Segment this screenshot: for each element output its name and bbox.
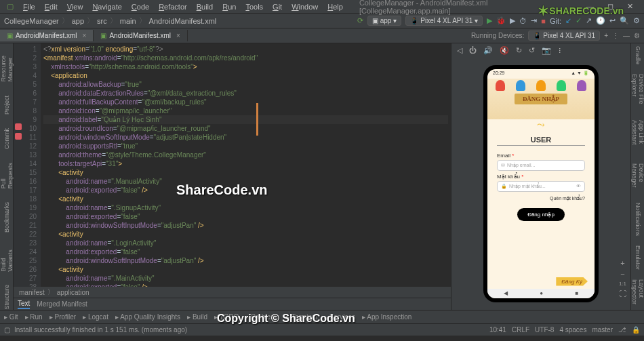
running-device-tab[interactable]: 📱 Pixel 4 XL API 31 — [528, 31, 600, 41]
menu-build[interactable]: Build — [193, 1, 217, 12]
emulator-control-icon[interactable]: ⫶ — [558, 46, 562, 54]
breadcrumb-item[interactable]: main — [120, 17, 136, 25]
close-tab-icon[interactable]: × — [176, 32, 180, 39]
app-icon: ▢ — [3, 1, 18, 12]
bottom-tool-profiler[interactable]: ▸ Profiler — [49, 313, 76, 321]
tool-bookmarks[interactable]: Bookmarks — [3, 202, 10, 233]
bottom-tool-app-inspection[interactable]: ▸ App Inspection — [362, 313, 411, 321]
coverage-button[interactable]: ▶ — [510, 16, 515, 25]
emulator-control-icon[interactable]: ↻ — [516, 46, 522, 55]
git-branch-icon[interactable]: ⎇ — [618, 326, 626, 334]
tool-project[interactable]: Project — [3, 96, 10, 115]
email-input[interactable]: ✉Nhập email... — [497, 160, 585, 171]
bottom-tool-todo[interactable]: ▸ TODO — [214, 313, 239, 321]
eye-icon[interactable]: 👁 — [576, 184, 581, 188]
close-button[interactable]: ✕ — [623, 1, 637, 12]
structure-breadcrumb[interactable]: manifest〉application — [14, 287, 451, 298]
editor-marker — [256, 103, 258, 136]
menu-view[interactable]: View — [63, 1, 87, 12]
status-item[interactable]: CRLF — [512, 326, 529, 334]
menu-file[interactable]: File — [19, 1, 39, 12]
editor-gutter[interactable]: 1234567891011121314151617181920212223242… — [14, 43, 41, 287]
bottom-tool-terminal[interactable]: ▸ Terminal — [286, 313, 317, 321]
debug-button[interactable]: 🐞 — [496, 16, 506, 25]
tool-gradle[interactable]: Gradle — [635, 46, 641, 64]
device-screen[interactable]: 20:29▲ ▼ 🔋 ĐĂNG NHẬP ⤳ USER Email * ✉Nhậ… — [487, 69, 595, 298]
menu-code[interactable]: Code — [127, 1, 153, 12]
structure-crumb[interactable]: manifest — [19, 289, 45, 296]
editor-tab[interactable]: ▣AndroidManifest.xml× — [94, 30, 187, 41]
status-item[interactable]: 4 spaces — [559, 326, 586, 334]
tool-emulator[interactable]: Emulator — [635, 245, 641, 270]
tool-layout-inspector[interactable]: Layout Inspector — [631, 279, 645, 310]
add-device-button[interactable]: + — [604, 32, 608, 39]
status-item[interactable]: UTF-8 — [535, 326, 554, 334]
menu-git[interactable]: Git — [268, 1, 286, 12]
emulator-control-icon[interactable]: 🔊 — [483, 46, 493, 55]
tool-build-variants[interactable]: Build Variants — [0, 246, 14, 272]
login-button[interactable]: Đăng nhập — [517, 208, 565, 221]
tool-app-link-assistant[interactable]: App Link Assistant — [631, 120, 645, 154]
toolwindow-button[interactable]: ▢ — [4, 326, 10, 334]
emulator-toolbar: ◁⏻🔊🔇↻↺📷⫶ — [451, 43, 630, 57]
menu-navigate[interactable]: Navigate — [88, 1, 125, 12]
bottom-tool-run[interactable]: ▸ Run — [25, 313, 43, 321]
bottom-tool-problems[interactable]: ▸ Problems — [245, 313, 279, 321]
manifest-view-tab[interactable]: Text — [18, 300, 30, 309]
forgot-password-link[interactable]: Quên mật khẩu? — [497, 196, 585, 201]
device-settings-icon[interactable]: ⚙ — [634, 32, 640, 39]
menu-window[interactable]: Window — [287, 1, 322, 12]
status-item[interactable]: master — [592, 326, 613, 334]
run-button[interactable]: ▶ — [487, 16, 492, 25]
password-input[interactable]: 🔒Nhập mật khẩu...👁 — [497, 181, 585, 192]
settings-icon[interactable]: ⚙ — [633, 16, 640, 25]
emulator-control-icon[interactable]: ⏻ — [469, 46, 477, 54]
profile-button[interactable]: ⏱ — [519, 17, 527, 25]
tool-resource-manager[interactable]: Resource Manager — [0, 46, 14, 82]
menu-help[interactable]: Help — [323, 1, 347, 12]
user-heading: USER — [497, 136, 585, 146]
emulator-control-icon[interactable]: ↺ — [529, 46, 535, 55]
bottom-tool-git[interactable]: ▸ Git — [4, 313, 18, 321]
emulator-control-icon[interactable]: 📷 — [542, 46, 551, 55]
editor-tab[interactable]: ▣AndroidManifest.xml× — [0, 30, 94, 41]
tool-device-manager[interactable]: Device Manager — [631, 163, 645, 193]
menu-tools[interactable]: Tools — [241, 1, 267, 12]
zoom-out-button[interactable]: − — [620, 270, 624, 278]
tool-device-file-explorer[interactable]: Device File Explorer — [631, 74, 645, 111]
close-tab-icon[interactable]: × — [83, 32, 87, 39]
structure-crumb[interactable]: application — [57, 289, 89, 296]
device-selector[interactable]: 📱 Pixel 4 XL API 31 ▾ — [405, 16, 483, 26]
bottom-tool-logcat[interactable]: ▸ Logcat — [83, 313, 108, 321]
android-navbar[interactable]: ◀●■ — [487, 289, 595, 298]
emulator-panel: ◁⏻🔊🔇↻↺📷⫶ 20:29▲ ▼ 🔋 ĐĂNG NHẬP ⤳ U — [451, 43, 630, 310]
tool-pull-requests[interactable]: Pull Requests — [0, 163, 14, 188]
zoom-fit-button[interactable]: ⛶ — [619, 289, 626, 298]
menu-edit[interactable]: Edit — [41, 1, 62, 12]
zoom-reset-button[interactable]: 1:1 — [619, 281, 626, 287]
breadcrumb-item[interactable]: src — [97, 17, 107, 25]
code-editor[interactable]: <?xml version="1.0" encoding="utf-8"?><m… — [41, 43, 451, 287]
breadcrumb-item[interactable]: CollegeManager — [4, 17, 59, 25]
tool-notifications[interactable]: Notifications — [635, 203, 641, 236]
breadcrumb-item[interactable]: AndroidManifest.xml — [149, 17, 217, 25]
zoom-in-button[interactable]: + — [620, 259, 624, 267]
menu-refactor[interactable]: Refactor — [155, 1, 191, 12]
bottom-tool-services[interactable]: ▸ Services — [324, 313, 355, 321]
sync-icon[interactable]: ⟳ — [357, 16, 363, 25]
breadcrumb-item[interactable]: app — [72, 17, 84, 25]
run-config-selector[interactable]: ▣ app ▾ — [367, 16, 402, 26]
emulator-control-icon[interactable]: 🔇 — [500, 46, 509, 55]
bottom-tool-build[interactable]: ▸ Build — [187, 313, 207, 321]
tool-commit[interactable]: Commit — [3, 128, 10, 149]
tool-structure[interactable]: Structure — [3, 285, 10, 310]
emulator-control-icon[interactable]: ◁ — [457, 46, 462, 55]
attach-button[interactable]: ⇥ — [531, 16, 537, 25]
menu-run[interactable]: Run — [218, 1, 240, 12]
signup-button[interactable]: Đăng Ký — [556, 277, 588, 286]
status-item[interactable]: 10:41 — [489, 326, 506, 334]
bottom-tool-app-quality-insights[interactable]: ▸ App Quality Insights — [115, 313, 180, 321]
hide-panel-button[interactable]: — — [623, 32, 630, 39]
manifest-view-tab[interactable]: Merged Manifest — [37, 300, 87, 308]
device-menu-icon[interactable]: ⋮ — [612, 32, 619, 39]
